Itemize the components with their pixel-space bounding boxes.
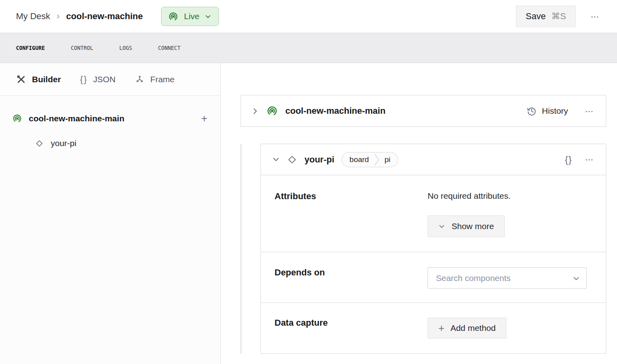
frame-axes-icon <box>135 74 145 84</box>
component-card-title: your-pi <box>305 154 334 165</box>
depends-on-label: Depends on <box>275 267 428 303</box>
part-more-menu-button[interactable]: ••• <box>584 105 595 117</box>
data-capture-label: Data capture <box>275 318 428 353</box>
broadcast-icon <box>12 113 22 124</box>
show-more-button[interactable]: Show more <box>428 216 505 237</box>
badge-divider-icon <box>374 152 380 167</box>
chevron-down-icon <box>205 13 211 20</box>
part-card-title: cool-new-machine-main <box>285 106 519 116</box>
chevron-down-icon[interactable] <box>272 156 280 163</box>
live-status-dropdown[interactable]: Live <box>161 7 219 26</box>
data-capture-section: Data capture + Add method <box>261 303 606 353</box>
machine-tree: cool-new-machine-main + your-pi <box>0 96 220 152</box>
component-card-header: your-pi board pi {} ••• <box>261 144 606 175</box>
ellipsis-icon: ••• <box>591 14 599 19</box>
history-icon <box>526 106 537 117</box>
save-button[interactable]: Save ⌘S <box>516 6 576 27</box>
tree-component-label: your-pi <box>51 138 76 148</box>
chevron-down-icon <box>573 275 580 282</box>
tree-item-component[interactable]: your-pi <box>12 134 209 152</box>
mode-frame-label: Frame <box>150 75 175 84</box>
add-component-button[interactable]: + <box>199 113 209 124</box>
save-label: Save <box>526 11 546 22</box>
breadcrumb-current: cool-new-machine <box>66 11 143 22</box>
mode-json[interactable]: {} JSON <box>80 74 115 85</box>
mode-frame[interactable]: Frame <box>135 74 175 84</box>
tree-part-label: cool-new-machine-main <box>29 114 193 123</box>
more-menu-button[interactable]: ••• <box>589 10 601 23</box>
braces-icon: {} <box>80 74 88 85</box>
show-more-label: Show more <box>452 222 494 231</box>
tab-connect[interactable]: CONNECT <box>158 45 181 51</box>
attributes-section: Attributes No required attributes. Show … <box>261 175 606 252</box>
component-diamond-icon <box>34 138 44 148</box>
component-more-menu-button[interactable]: ••• <box>584 153 595 166</box>
history-label: History <box>542 106 568 116</box>
tab-control[interactable]: CONTROL <box>71 45 93 51</box>
save-shortcut: ⌘S <box>551 11 566 22</box>
configure-main-panel: cool-new-machine-main History ••• <box>221 63 617 364</box>
mode-builder-label: Builder <box>32 75 61 84</box>
breadcrumb-parent-link[interactable]: My Desk <box>16 11 50 22</box>
search-components-input[interactable] <box>428 268 586 288</box>
tab-logs[interactable]: LOGS <box>119 45 132 51</box>
breadcrumb-separator-icon: › <box>57 11 60 22</box>
braces-icon: {} <box>565 154 572 165</box>
top-bar: My Desk › cool-new-machine Live Save ⌘S <box>0 0 617 33</box>
attributes-empty-text: No required attributes. <box>428 191 595 201</box>
chevron-right-icon[interactable] <box>251 107 259 115</box>
ellipsis-icon: ••• <box>585 157 594 162</box>
breadcrumb: My Desk › cool-new-machine <box>16 11 143 22</box>
component-card: your-pi board pi {} ••• <box>261 144 606 354</box>
machine-tab-bar: CONFIGURE CONTROL LOGS CONNECT <box>0 33 617 63</box>
component-diamond-icon <box>286 154 298 166</box>
mode-builder[interactable]: Builder <box>16 74 61 85</box>
depends-on-select[interactable] <box>428 267 587 289</box>
tools-icon <box>16 74 26 85</box>
machine-part-card: cool-new-machine-main History ••• <box>241 95 606 127</box>
live-label: Live <box>184 12 199 21</box>
attributes-label: Attributes <box>275 191 428 252</box>
component-json-button[interactable]: {} <box>563 152 573 167</box>
configure-sidebar: Builder {} JSON Frame <box>0 63 221 364</box>
plus-icon: + <box>438 323 444 333</box>
badge-model: pi <box>380 155 398 164</box>
component-connector-rail <box>241 144 241 354</box>
history-button[interactable]: History <box>526 106 568 117</box>
tree-item-machine-part[interactable]: cool-new-machine-main + <box>12 109 209 128</box>
depends-on-section: Depends on <box>261 252 606 303</box>
tab-configure[interactable]: CONFIGURE <box>16 45 45 51</box>
broadcast-icon <box>266 105 278 117</box>
component-type-badge: board pi <box>342 152 398 167</box>
badge-type: board <box>342 155 375 164</box>
broadcast-icon <box>168 11 179 22</box>
chevron-down-icon <box>438 223 445 230</box>
add-method-button[interactable]: + Add method <box>428 318 506 338</box>
view-mode-switcher: Builder {} JSON Frame <box>0 63 220 96</box>
add-method-label: Add method <box>450 323 496 333</box>
ellipsis-icon: ••• <box>585 109 594 114</box>
mode-json-label: JSON <box>93 75 115 84</box>
